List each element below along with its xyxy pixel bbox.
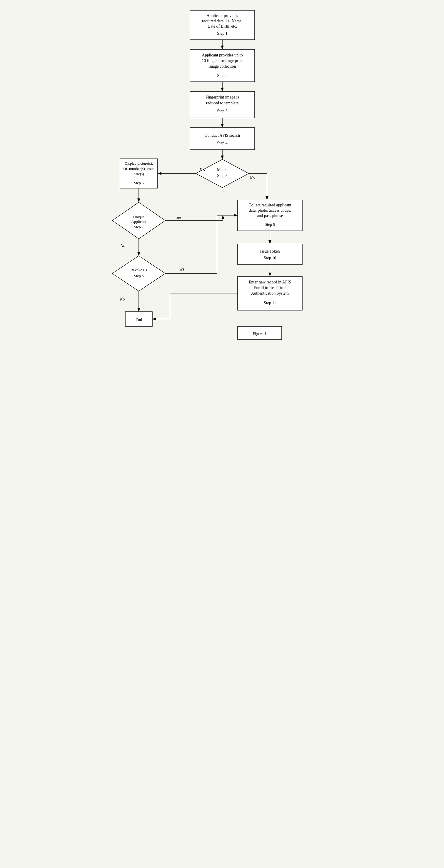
- svg-text:Display picture(s),: Display picture(s),: [124, 161, 153, 165]
- svg-text:Yes: Yes: [176, 215, 182, 220]
- svg-text:Revoke ID: Revoke ID: [130, 268, 147, 272]
- svg-text:Step 1: Step 1: [217, 31, 227, 36]
- svg-text:Issue Token: Issue Token: [260, 249, 280, 253]
- svg-text:No: No: [119, 297, 124, 301]
- svg-text:Step 5: Step 5: [217, 174, 227, 178]
- svg-text:DL number(s), issue: DL number(s), issue: [123, 166, 154, 171]
- svg-text:Step 4: Step 4: [217, 141, 227, 145]
- svg-rect-21: [190, 128, 255, 150]
- svg-text:required data, i.e. Name,: required data, i.e. Name,: [202, 19, 243, 23]
- svg-text:Step 3: Step 3: [217, 109, 227, 113]
- svg-text:No: No: [249, 176, 254, 180]
- svg-text:and pass phrase: and pass phrase: [257, 214, 283, 218]
- svg-text:Date of Birth, etc.: Date of Birth, etc.: [207, 24, 237, 29]
- svg-text:reduced to template: reduced to template: [206, 101, 238, 105]
- svg-text:Yes: Yes: [199, 167, 205, 172]
- svg-text:Step 7: Step 7: [134, 225, 144, 229]
- svg-text:Applicant: Applicant: [131, 219, 147, 224]
- svg-text:Fingerprint image is: Fingerprint image is: [205, 95, 239, 99]
- svg-text:End: End: [135, 317, 142, 322]
- svg-text:Collect required applicant: Collect required applicant: [249, 203, 291, 207]
- svg-text:No: No: [120, 244, 125, 248]
- svg-text:Yes: Yes: [179, 267, 184, 271]
- svg-text:Step 11: Step 11: [264, 301, 276, 305]
- svg-text:data, photo, access codes,: data, photo, access codes,: [249, 208, 291, 213]
- svg-text:Step 10: Step 10: [263, 256, 276, 260]
- svg-text:Step 9: Step 9: [265, 222, 275, 227]
- svg-text:date(s): date(s): [133, 172, 144, 176]
- svg-text:Applicant provides up to: Applicant provides up to: [202, 53, 243, 57]
- svg-text:Conduct AFIS search: Conduct AFIS search: [205, 133, 240, 137]
- svg-text:Unique: Unique: [133, 215, 145, 219]
- svg-text:Enter new record in AFIS: Enter new record in AFIS: [249, 280, 291, 284]
- svg-text:Applicant provides: Applicant provides: [207, 13, 238, 18]
- svg-text:Step 8: Step 8: [134, 274, 144, 278]
- svg-text:image collection: image collection: [209, 64, 236, 68]
- svg-text:Step 6: Step 6: [134, 181, 144, 185]
- svg-text:Match: Match: [217, 167, 228, 172]
- svg-text:Step 2: Step 2: [217, 73, 227, 78]
- svg-text:Enroll in Real Time: Enroll in Real Time: [253, 285, 286, 290]
- svg-text:Figure 1: Figure 1: [253, 332, 266, 336]
- svg-text:10 fingers for fingerprint: 10 fingers for fingerprint: [202, 59, 243, 63]
- flowchart-container: Applicant provides required data, i.e. N…: [111, 6, 333, 441]
- svg-text:Authentication System: Authentication System: [251, 291, 289, 296]
- svg-rect-74: [237, 244, 302, 265]
